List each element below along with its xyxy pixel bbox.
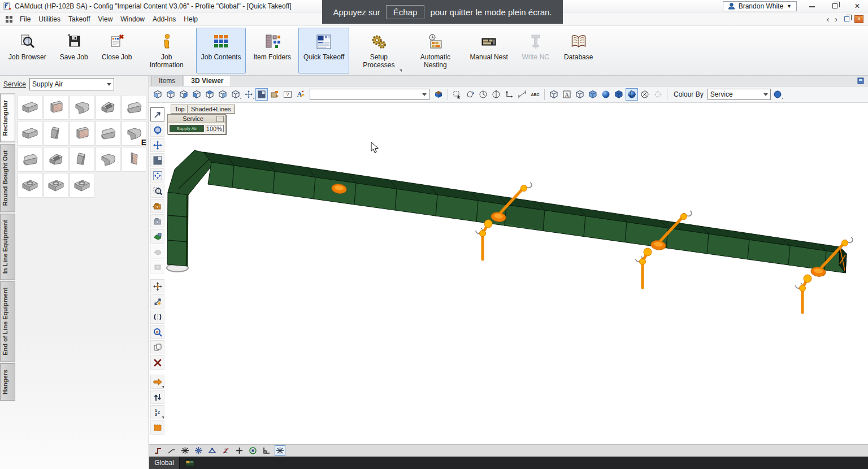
midpoint-snap-icon[interactable]	[207, 445, 218, 456]
swap-ends-icon[interactable]	[150, 390, 164, 404]
close-job-button[interactable]: Close Job	[97, 28, 137, 73]
tab-hangers[interactable]: Hangers	[0, 363, 15, 401]
job-browser-button[interactable]: Job Browser	[3, 28, 51, 73]
find-item-combobox[interactable]	[310, 89, 429, 100]
solid-cube-icon[interactable]	[613, 88, 625, 101]
fitting-end-piece[interactable]: E	[121, 121, 146, 146]
rotate-item-icon[interactable]	[464, 88, 476, 101]
nav-forward-icon[interactable]: ›	[834, 15, 839, 24]
colour-dot-icon[interactable]	[771, 88, 784, 101]
node-snap-icon[interactable]	[234, 445, 245, 456]
view-corner-icon[interactable]	[255, 88, 268, 101]
fitting-transition[interactable]	[121, 95, 146, 120]
tab-rectangular[interactable]: Rectangular	[0, 94, 15, 142]
database-button[interactable]: Database	[558, 28, 599, 73]
no-snap-icon[interactable]: Z	[220, 445, 231, 456]
fitting-elbow-2[interactable]	[96, 147, 120, 172]
offset-item-icon[interactable]	[150, 294, 164, 309]
fitting-mesh-duct[interactable]	[44, 95, 68, 120]
abc-text-icon[interactable]: ABC	[529, 88, 541, 101]
select-arrow-icon[interactable]	[150, 107, 164, 121]
legend-minimize-button[interactable]: –	[216, 116, 224, 122]
job-information-button[interactable]: Job Information	[140, 28, 194, 73]
close-document-icon[interactable]: ×	[854, 15, 863, 23]
menu-window[interactable]: Window	[116, 14, 149, 25]
select-region-icon[interactable]	[451, 88, 463, 101]
shaded-sphere-icon[interactable]	[600, 88, 612, 101]
flow-direction-icon[interactable]	[150, 375, 164, 389]
hidden-line-icon[interactable]	[639, 88, 651, 101]
annotation-style-icon[interactable]: A	[294, 88, 307, 101]
shaded-lines-sphere-icon[interactable]	[626, 88, 638, 101]
move-item-icon[interactable]	[150, 279, 164, 293]
model-cube-icon[interactable]	[432, 88, 445, 101]
perpendicular-snap-icon[interactable]	[261, 445, 272, 456]
renumber-items-icon[interactable]: 123	[150, 405, 164, 419]
menu-help[interactable]: Help	[180, 14, 202, 25]
delete-item-icon[interactable]	[150, 355, 164, 370]
ghost-cube-icon[interactable]	[574, 88, 586, 101]
help-box-icon[interactable]: ?	[281, 88, 294, 101]
tab-in-line-equipment[interactable]: In Line Equipment	[0, 214, 15, 280]
tab-end-of-line-equipment[interactable]: End of Line Equipment	[0, 281, 15, 362]
save-job-button[interactable]: Save Job	[54, 28, 94, 73]
service-label[interactable]: Service	[3, 80, 26, 88]
job-contents-button[interactable]: Job Contents	[196, 28, 246, 73]
next-view-icon[interactable]	[150, 214, 164, 228]
fitting-duct-box[interactable]	[18, 121, 42, 146]
zoom-extents-icon[interactable]	[150, 168, 164, 183]
intersection-snap-icon[interactable]	[193, 445, 204, 456]
connector-snap-icon[interactable]	[153, 445, 163, 456]
zoom-window-icon[interactable]	[150, 184, 164, 198]
dimension-icon[interactable]	[516, 88, 528, 101]
view-iso-icon[interactable]	[151, 88, 164, 101]
fitting-mesh-box[interactable]	[70, 121, 94, 146]
fitting-angle-piece[interactable]	[96, 95, 120, 120]
menu-file[interactable]: File	[16, 14, 34, 25]
view-orient-icon[interactable]	[229, 88, 242, 101]
measure-angle-icon[interactable]	[477, 88, 489, 101]
shading-mode-button[interactable]: Shaded+Lines	[187, 105, 235, 114]
menu-view[interactable]: View	[94, 14, 117, 25]
colour-by-select[interactable]: Service	[708, 89, 771, 100]
panel-pin-icon[interactable]	[857, 77, 865, 85]
nav-back-icon[interactable]: ‹	[826, 15, 831, 24]
view-back-icon[interactable]	[190, 88, 203, 101]
axes-icon[interactable]	[503, 88, 515, 101]
measure-item-icon[interactable]: a	[150, 325, 164, 339]
tab-global[interactable]: Global	[149, 457, 180, 469]
hide-item-icon[interactable]	[150, 229, 164, 244]
fitting-straight-duct[interactable]	[18, 95, 42, 120]
highlight-region-icon[interactable]	[150, 420, 164, 435]
minimize-button[interactable]	[805, 2, 819, 10]
pan-icon[interactable]	[150, 138, 164, 152]
view-right-icon[interactable]	[216, 88, 229, 101]
view-orientation-button[interactable]: Top	[171, 105, 189, 114]
grid-snap-icon[interactable]	[275, 445, 285, 456]
text-style-box-icon[interactable]: A	[561, 88, 573, 101]
restore-document-icon[interactable]	[842, 15, 851, 23]
fitting-elbow[interactable]	[70, 95, 94, 120]
fitting-box-tap[interactable]	[44, 173, 68, 198]
user-menu[interactable]: Brandon White ▼	[723, 1, 797, 11]
setup-processes-button[interactable]: Setup Processes	[351, 28, 406, 73]
fitting-box-round-hole[interactable]	[18, 173, 42, 198]
orbit-icon[interactable]	[150, 123, 164, 137]
shaded-cube-icon[interactable]	[587, 88, 599, 101]
line-snap-icon[interactable]	[166, 445, 177, 456]
job-folder-icon[interactable]	[185, 459, 194, 466]
fitting-hood[interactable]	[18, 147, 42, 172]
menu-addins[interactable]: Add-Ins	[149, 14, 180, 25]
fitting-tap[interactable]	[70, 147, 94, 172]
previous-view-icon[interactable]	[150, 199, 164, 213]
measure-diameter-icon[interactable]	[490, 88, 502, 101]
wireframe-cube-icon[interactable]	[548, 88, 560, 101]
fitting-box-tap-2[interactable]	[70, 173, 94, 198]
point-snap-icon[interactable]	[180, 445, 190, 456]
center-snap-icon[interactable]	[248, 445, 258, 456]
fitting-transition-2[interactable]	[96, 121, 120, 146]
item-folders-button[interactable]: Item Folders	[248, 28, 296, 73]
viewport-3d[interactable]: Top Shaded+Lines Service – Supply Air 10…	[149, 103, 868, 444]
view-left-icon[interactable]	[203, 88, 216, 101]
view-top-icon[interactable]	[164, 88, 177, 101]
